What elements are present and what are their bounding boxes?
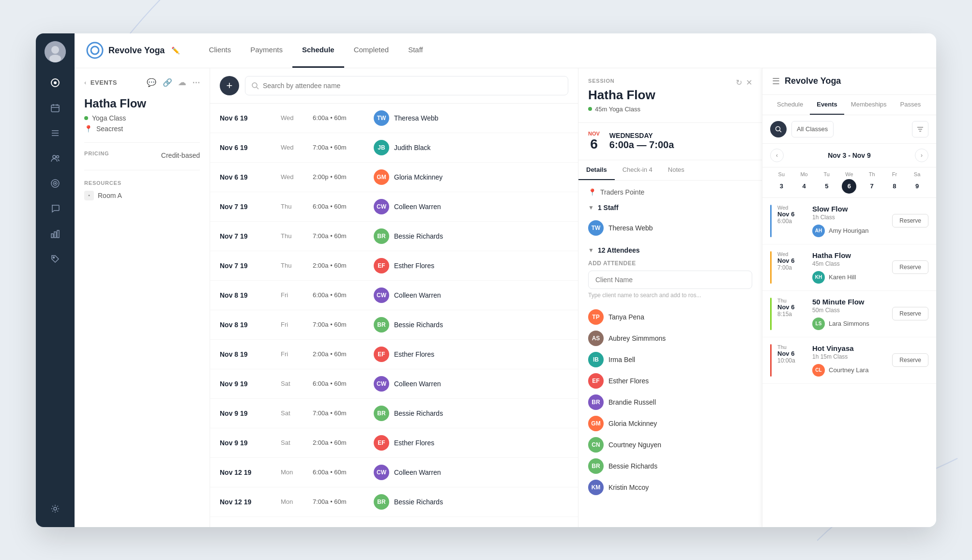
tab-details[interactable]: Details xyxy=(578,160,615,180)
more-icon[interactable]: ⋯ xyxy=(192,78,200,87)
calendar-day[interactable]: Th 7 xyxy=(865,171,879,194)
attendee-list-avatar: CN xyxy=(588,437,604,453)
class-select[interactable]: All Classes xyxy=(791,121,834,137)
list-item[interactable]: Thu Nov 6 10:00a Hot Vinyasa 1h 15m Clas… xyxy=(762,337,936,384)
table-row[interactable]: Nov 7 19 Thu 6:00a • 60m CW Colleen Warr… xyxy=(210,192,578,222)
tab-clients[interactable]: Clients xyxy=(199,33,241,68)
sidebar-icon-target[interactable] xyxy=(45,173,66,194)
table-row[interactable]: Nov 9 19 Sat 6:00a • 60m CW Colleen Warr… xyxy=(210,369,578,399)
calendar-day[interactable]: Fr 8 xyxy=(887,171,902,194)
tab-notes[interactable]: Notes xyxy=(660,160,692,180)
table-row[interactable]: Nov 8 19 Fri 6:00a • 60m CW Colleen Warr… xyxy=(210,281,578,310)
add-attendee-input[interactable] xyxy=(588,271,752,289)
edit-icon[interactable]: ✏️ xyxy=(171,46,180,54)
tab-staff[interactable]: Staff xyxy=(398,33,433,68)
attendee-info: BR Bessie Richards xyxy=(374,406,568,421)
attendees-header[interactable]: ▼ 12 Attendees xyxy=(588,246,752,254)
list-item[interactable]: TP Tanya Pena xyxy=(588,306,752,328)
reserve-button[interactable]: Reserve xyxy=(892,353,928,367)
list-item[interactable]: EF Esther Flores xyxy=(588,370,752,392)
avatar[interactable] xyxy=(45,41,66,62)
sidebar-icon-people[interactable] xyxy=(45,148,66,169)
sidebar xyxy=(36,33,75,527)
ec-attendee-name: Karen Hill xyxy=(829,273,856,281)
tab-payments[interactable]: Payments xyxy=(241,33,292,68)
tab-schedule[interactable]: Schedule xyxy=(292,33,344,68)
table-row[interactable]: Nov 7 19 Thu 7:00a • 60m BR Bessie Richa… xyxy=(210,222,578,251)
table-row[interactable]: Nov 6 19 Wed 6:00a • 60m TW Theresa Webb xyxy=(210,104,578,133)
list-item[interactable]: GM Gloria Mckinney xyxy=(588,413,752,434)
calendar-day[interactable]: Tu 5 xyxy=(820,171,834,194)
list-item[interactable]: Wed Nov 6 6:00a Slow Flow 1h Class AH Am… xyxy=(762,198,936,244)
cal-next-button[interactable]: › xyxy=(915,149,928,162)
reserve-button[interactable]: Reserve xyxy=(892,214,928,227)
table-row[interactable]: Nov 8 19 Fri 7:00a • 60m BR Bessie Richa… xyxy=(210,310,578,340)
upload-icon[interactable]: ☁ xyxy=(178,78,186,87)
table-row[interactable]: Nov 8 19 Fri 2:00a • 60m EF Esther Flore… xyxy=(210,340,578,369)
event-card-info: 50 Minute Flow 50m Class LS Lara Simmons xyxy=(812,298,886,330)
hamburger-icon[interactable]: ☰ xyxy=(772,76,780,87)
tab-checkin[interactable]: Check-in 4 xyxy=(615,160,660,180)
session-close-icon[interactable]: ✕ xyxy=(746,78,752,87)
tab-completed[interactable]: Completed xyxy=(344,33,399,68)
sidebar-icon-chart[interactable] xyxy=(45,223,66,244)
list-item[interactable]: IB Irma Bell xyxy=(588,349,752,370)
location-pin-icon: 📍 xyxy=(588,188,596,196)
attendee-list-name: Esther Flores xyxy=(608,377,649,385)
ec-date-full: Nov 6 xyxy=(777,303,806,311)
comment-icon[interactable]: 💬 xyxy=(147,78,157,87)
sidebar-icon-chat[interactable] xyxy=(45,198,66,219)
cal-day-name: Mo xyxy=(800,171,807,177)
calendar-day[interactable]: Mo 4 xyxy=(797,171,811,194)
attendee-name: Theresa Webb xyxy=(394,114,439,122)
sidebar-icon-settings[interactable] xyxy=(45,498,66,519)
cal-prev-button[interactable]: ‹ xyxy=(770,149,784,162)
session-refresh-icon[interactable]: ↻ xyxy=(736,78,742,87)
list-item[interactable]: Wed Nov 6 7:00a Hatha Flow 45m Class KH … xyxy=(762,244,936,291)
search-input[interactable] xyxy=(263,82,562,90)
session-label: Session xyxy=(588,78,615,84)
reserve-button[interactable]: Reserve xyxy=(892,260,928,274)
link-icon[interactable]: 🔗 xyxy=(163,78,173,87)
table-row[interactable]: Nov 6 19 Wed 2:00p • 60m GM Gloria Mckin… xyxy=(210,163,578,192)
table-row[interactable]: Nov 12 19 Mon 6:00a • 60m CW Colleen War… xyxy=(210,458,578,487)
row-time: 6:00a • 60m xyxy=(313,469,366,476)
attendee-avatar: CW xyxy=(374,376,389,392)
list-item[interactable]: AS Aubrey Simmmons xyxy=(588,328,752,349)
staff-header[interactable]: ▼ 1 Staff xyxy=(588,204,752,212)
list-item[interactable]: KM Kristin Mccoy xyxy=(588,477,752,498)
attendee-list-name: Tanya Pena xyxy=(608,313,644,321)
reserve-button[interactable]: Reserve xyxy=(892,307,928,320)
room-name: Room A xyxy=(98,192,122,199)
ep-search-button[interactable] xyxy=(770,121,787,137)
ep-tab-passes[interactable]: Passes xyxy=(894,95,928,115)
ec-class: 50m Class xyxy=(812,307,886,314)
calendar-day[interactable]: Su 3 xyxy=(774,171,789,194)
ec-day-name: Thu xyxy=(777,298,806,303)
ep-tab-memberships[interactable]: Membeships xyxy=(844,95,894,115)
back-arrow[interactable]: ‹ xyxy=(84,79,87,86)
list-item[interactable]: Thu Nov 6 8:15a 50 Minute Flow 50m Class… xyxy=(762,291,936,337)
sidebar-icon-dashboard[interactable] xyxy=(45,72,66,93)
table-row[interactable]: Nov 9 19 Sat 2:00a • 60m EF Esther Flore… xyxy=(210,428,578,458)
list-item[interactable]: BR Brandie Russell xyxy=(588,392,752,413)
session-location: 📍 Traders Pointe xyxy=(588,188,752,196)
add-button[interactable]: + xyxy=(220,76,239,95)
list-item[interactable]: CN Courtney Nguyen xyxy=(588,434,752,455)
ep-tab-schedule[interactable]: Schedule xyxy=(770,95,810,115)
sidebar-icon-tag[interactable] xyxy=(45,248,66,270)
sidebar-icon-calendar[interactable] xyxy=(45,97,66,119)
events-list: Wed Nov 6 6:00a Slow Flow 1h Class AH Am… xyxy=(762,198,936,527)
table-row[interactable]: Nov 7 19 Thu 2:00a • 60m EF Esther Flore… xyxy=(210,251,578,281)
table-row[interactable]: Nov 6 19 Wed 7:00a • 60m JB Judith Black xyxy=(210,133,578,163)
ep-tab-events[interactable]: Events xyxy=(810,95,844,115)
row-date: Nov 6 19 xyxy=(220,143,273,152)
filter-button[interactable] xyxy=(912,121,928,137)
table-row[interactable]: Nov 9 19 Sat 7:00a • 60m BR Bessie Richa… xyxy=(210,399,578,428)
calendar-day[interactable]: We 6 xyxy=(842,171,856,194)
table-row[interactable]: Nov 12 19 Mon 7:00a • 60m BR Bessie Rich… xyxy=(210,487,578,517)
sidebar-icon-list[interactable] xyxy=(45,122,66,144)
list-item[interactable]: BR Bessie Richards xyxy=(588,455,752,477)
row-day: Wed xyxy=(281,144,305,151)
calendar-day[interactable]: Sa 9 xyxy=(910,171,925,194)
